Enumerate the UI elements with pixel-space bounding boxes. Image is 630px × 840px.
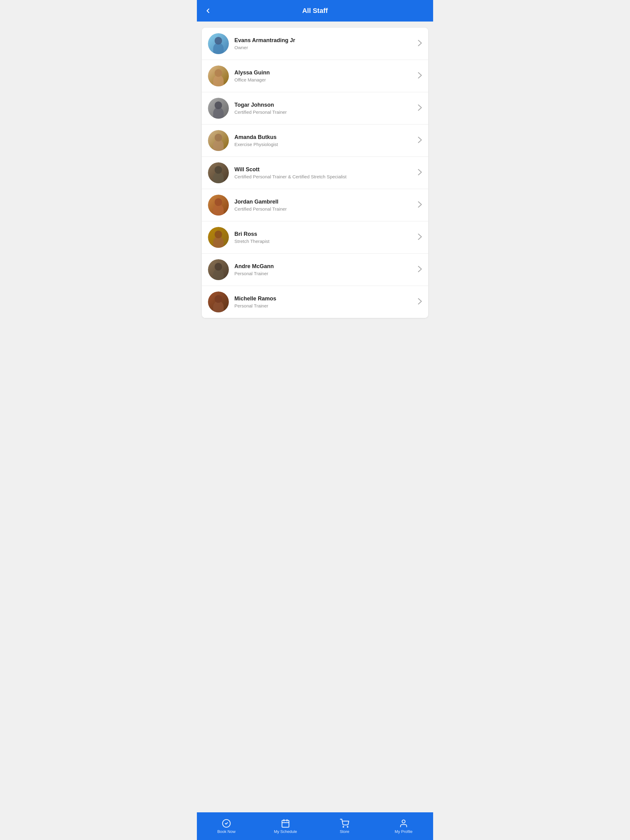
- nav-my-schedule[interactable]: My Schedule: [256, 812, 315, 840]
- staff-item-jordan[interactable]: Jordan Gambrell Certified Personal Train…: [202, 189, 428, 221]
- staff-name-alyssa: Alyssa Guinn: [234, 69, 415, 76]
- nav-my-profile-label: My Profile: [395, 829, 413, 834]
- svg-point-6: [347, 826, 348, 827]
- staff-name-evans: Evans Armantrading Jr: [234, 37, 415, 44]
- svg-point-5: [343, 826, 344, 827]
- staff-avatar-amanda: [208, 130, 229, 151]
- svg-point-7: [402, 820, 405, 823]
- staff-list: Evans Armantrading Jr Owner Alyssa Guinn…: [202, 28, 428, 318]
- staff-avatar-evans: [208, 33, 229, 54]
- staff-name-andre: Andre McGann: [234, 263, 415, 270]
- chevron-icon-togar: [418, 104, 422, 112]
- staff-item-evans[interactable]: Evans Armantrading Jr Owner: [202, 28, 428, 60]
- cart-icon: [340, 819, 349, 828]
- staff-name-bri: Bri Ross: [234, 231, 415, 237]
- person-icon: [399, 819, 408, 828]
- chevron-icon-alyssa: [418, 72, 422, 80]
- staff-role-andre: Personal Trainer: [234, 271, 415, 276]
- chevron-icon-michelle: [418, 298, 422, 306]
- staff-item-alyssa[interactable]: Alyssa Guinn Office Manager: [202, 60, 428, 92]
- page-title: All Staff: [302, 7, 328, 15]
- staff-item-bri[interactable]: Bri Ross Stretch Therapist: [202, 221, 428, 254]
- chevron-icon-jordan: [418, 201, 422, 209]
- staff-name-togar: Togar Johnson: [234, 102, 415, 108]
- staff-info-evans: Evans Armantrading Jr Owner: [234, 37, 415, 50]
- staff-info-togar: Togar Johnson Certified Personal Trainer: [234, 102, 415, 115]
- staff-avatar-jordan: [208, 195, 229, 216]
- check-circle-icon: [222, 819, 231, 828]
- bottom-navigation: Book Now My Schedule Store My Profile: [197, 812, 433, 840]
- staff-avatar-will: [208, 163, 229, 183]
- chevron-icon-bri: [418, 234, 422, 242]
- staff-name-michelle: Michelle Ramos: [234, 295, 415, 302]
- staff-item-michelle[interactable]: Michelle Ramos Personal Trainer: [202, 286, 428, 318]
- chevron-icon-evans: [418, 39, 422, 48]
- staff-info-will: Will Scott Certified Personal Trainer & …: [234, 166, 415, 179]
- staff-avatar-togar: [208, 98, 229, 119]
- staff-role-alyssa: Office Manager: [234, 77, 415, 82]
- staff-item-will[interactable]: Will Scott Certified Personal Trainer & …: [202, 157, 428, 189]
- staff-info-jordan: Jordan Gambrell Certified Personal Train…: [234, 199, 415, 212]
- staff-name-jordan: Jordan Gambrell: [234, 199, 415, 205]
- staff-role-michelle: Personal Trainer: [234, 303, 415, 308]
- staff-avatar-michelle: [208, 292, 229, 313]
- staff-role-will: Certified Personal Trainer & Certified S…: [234, 174, 415, 179]
- nav-book-now-label: Book Now: [217, 829, 235, 834]
- staff-info-michelle: Michelle Ramos Personal Trainer: [234, 295, 415, 308]
- main-content: Evans Armantrading Jr Owner Alyssa Guinn…: [197, 22, 433, 812]
- chevron-icon-andre: [418, 266, 422, 274]
- staff-role-jordan: Certified Personal Trainer: [234, 206, 415, 212]
- back-button[interactable]: [202, 5, 214, 17]
- chevron-icon-amanda: [418, 136, 422, 145]
- staff-avatar-andre: [208, 259, 229, 280]
- nav-my-schedule-label: My Schedule: [274, 829, 297, 834]
- nav-my-profile[interactable]: My Profile: [374, 812, 433, 840]
- staff-item-amanda[interactable]: Amanda Butkus Exercise Physiologist: [202, 125, 428, 157]
- staff-item-togar[interactable]: Togar Johnson Certified Personal Trainer: [202, 92, 428, 125]
- staff-role-evans: Owner: [234, 45, 415, 50]
- staff-avatar-alyssa: [208, 65, 229, 87]
- staff-role-amanda: Exercise Physiologist: [234, 142, 415, 147]
- header: All Staff: [197, 0, 433, 22]
- staff-info-andre: Andre McGann Personal Trainer: [234, 263, 415, 276]
- nav-store[interactable]: Store: [315, 812, 374, 840]
- staff-role-togar: Certified Personal Trainer: [234, 109, 415, 115]
- staff-info-bri: Bri Ross Stretch Therapist: [234, 231, 415, 244]
- svg-rect-1: [282, 820, 289, 827]
- staff-name-amanda: Amanda Butkus: [234, 134, 415, 141]
- staff-info-alyssa: Alyssa Guinn Office Manager: [234, 69, 415, 82]
- staff-role-bri: Stretch Therapist: [234, 238, 415, 244]
- staff-info-amanda: Amanda Butkus Exercise Physiologist: [234, 134, 415, 147]
- chevron-icon-will: [418, 169, 422, 177]
- nav-book-now[interactable]: Book Now: [197, 812, 256, 840]
- calendar-icon: [281, 819, 290, 828]
- staff-name-will: Will Scott: [234, 166, 415, 173]
- staff-item-andre[interactable]: Andre McGann Personal Trainer: [202, 254, 428, 286]
- staff-avatar-bri: [208, 227, 229, 248]
- nav-store-label: Store: [340, 829, 349, 834]
